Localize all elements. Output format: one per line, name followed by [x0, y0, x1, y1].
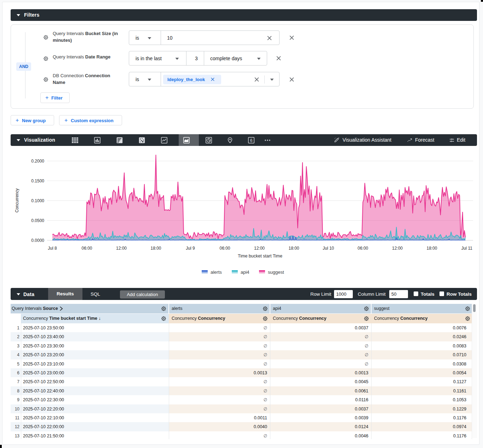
svg-text:12:00: 12:00 — [116, 246, 127, 251]
svg-text:alerts: alerts — [211, 270, 222, 275]
svg-text:18:00: 18:00 — [288, 246, 299, 251]
svg-text:18:00: 18:00 — [150, 246, 161, 251]
svg-text:0.2000: 0.2000 — [31, 159, 44, 164]
svg-text:12:00: 12:00 — [254, 246, 265, 251]
svg-text:18:00: 18:00 — [426, 246, 437, 251]
svg-text:Jul 10: Jul 10 — [323, 246, 334, 251]
svg-text:Time bucket start Time: Time bucket start Time — [238, 254, 282, 259]
svg-text:0.1000: 0.1000 — [31, 198, 44, 203]
svg-text:Jul 8: Jul 8 — [48, 246, 57, 251]
svg-text:suggest: suggest — [268, 270, 284, 275]
svg-text:06:00: 06:00 — [81, 246, 92, 251]
svg-text:Jul 9: Jul 9 — [186, 246, 195, 251]
svg-text:Jul 11: Jul 11 — [461, 246, 472, 251]
svg-text:0.0000: 0.0000 — [31, 238, 44, 243]
svg-text:06:00: 06:00 — [219, 246, 230, 251]
svg-text:api4: api4 — [241, 270, 249, 275]
svg-text:6: 6 — [250, 138, 253, 143]
svg-text:0.0500: 0.0500 — [31, 218, 44, 223]
svg-text:0.1500: 0.1500 — [31, 178, 44, 183]
svg-text:06:00: 06:00 — [357, 246, 368, 251]
svg-text:Concurrency: Concurrency — [15, 188, 19, 212]
svg-text:12:00: 12:00 — [392, 246, 403, 251]
